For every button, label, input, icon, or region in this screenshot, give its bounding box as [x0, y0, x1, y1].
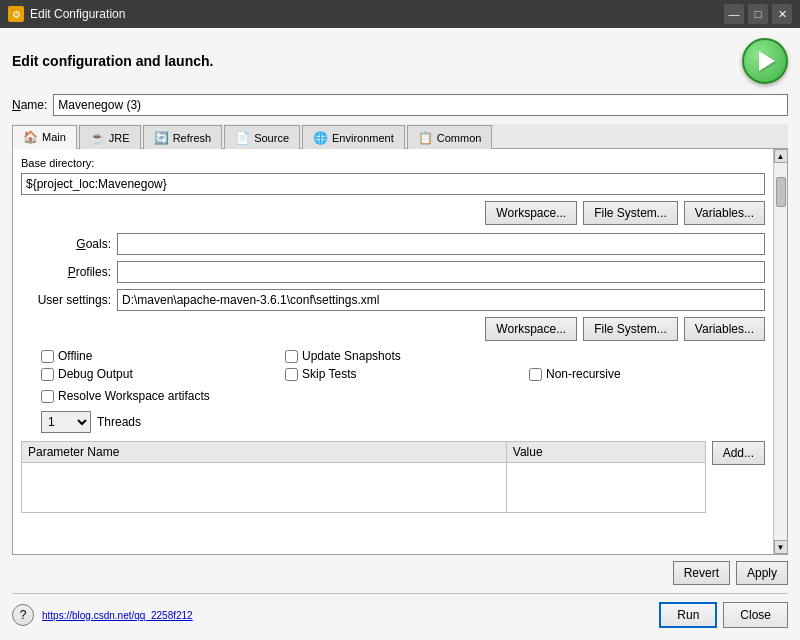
close-button[interactable]: ✕ [772, 4, 792, 24]
add-button[interactable]: Add... [712, 441, 765, 465]
help-button[interactable]: ? [12, 604, 34, 626]
revert-button[interactable]: Revert [673, 561, 730, 585]
apply-button[interactable]: Apply [736, 561, 788, 585]
tab-main[interactable]: 🏠 Main [12, 125, 77, 149]
base-dir-input[interactable] [21, 173, 765, 195]
scroll-up-arrow[interactable]: ▲ [774, 149, 788, 163]
dialog-title: Edit configuration and launch. [12, 53, 213, 69]
skip-tests-checkbox[interactable] [285, 368, 298, 381]
common-tab-icon: 📋 [418, 131, 433, 145]
button-row-1: Workspace... File System... Variables... [21, 201, 765, 225]
table-row [22, 463, 706, 513]
footer-left: ? https://blog.csdn.net/qq_2258f212 [12, 604, 193, 626]
button-row-2: Workspace... File System... Variables... [21, 317, 765, 341]
name-label: Name: [12, 98, 47, 112]
main-panel: Base directory: Workspace... File System… [12, 149, 788, 555]
offline-checkbox-item[interactable]: Offline [41, 349, 277, 363]
name-row: Name: [12, 94, 788, 116]
non-recursive-checkbox-item[interactable]: Non-recursive [529, 367, 765, 381]
goals-row: Goals: [21, 233, 765, 255]
tab-common[interactable]: 📋 Common [407, 125, 493, 149]
scroll-down-arrow[interactable]: ▼ [774, 540, 788, 554]
debug-output-checkbox-item[interactable]: Debug Output [41, 367, 277, 381]
non-recursive-label: Non-recursive [546, 367, 621, 381]
file-system-button-2[interactable]: File System... [583, 317, 678, 341]
spacer-1 [529, 349, 765, 363]
goals-label: Goals: [21, 237, 111, 251]
param-table-wrapper: Parameter Name Value [21, 441, 706, 517]
threads-row: 1 2 4 8 Threads [41, 411, 765, 433]
refresh-tab-icon: 🔄 [154, 131, 169, 145]
variables-button-2[interactable]: Variables... [684, 317, 765, 341]
skip-tests-checkbox-item[interactable]: Skip Tests [285, 367, 521, 381]
run-button[interactable]: Run [659, 602, 717, 628]
maximize-button[interactable]: □ [748, 4, 768, 24]
title-bar: ⚙ Edit Configuration — □ ✕ [0, 0, 800, 28]
tab-jre[interactable]: ☕ JRE [79, 125, 141, 149]
tab-main-label: Main [42, 131, 66, 143]
table-cell-value [506, 463, 705, 513]
name-input[interactable] [53, 94, 788, 116]
table-buttons: Add... [712, 441, 765, 517]
param-table: Parameter Name Value [21, 441, 706, 513]
profiles-input[interactable] [117, 261, 765, 283]
environment-tab-icon: 🌐 [313, 131, 328, 145]
debug-output-checkbox[interactable] [41, 368, 54, 381]
footer-right: Run Close [659, 602, 788, 628]
footer-status-link[interactable]: https://blog.csdn.net/qq_2258f212 [42, 610, 193, 621]
workspace-button-1[interactable]: Workspace... [485, 201, 577, 225]
main-panel-scrollbar[interactable]: ▲ ▼ [773, 149, 787, 554]
resolve-row: Resolve Workspace artifacts [41, 389, 765, 403]
minimize-button[interactable]: — [724, 4, 744, 24]
tab-refresh-label: Refresh [173, 132, 212, 144]
tabs-bar: 🏠 Main ☕ JRE 🔄 Refresh 📄 Source 🌐 Enviro… [12, 124, 788, 149]
tab-source-label: Source [254, 132, 289, 144]
variables-button-1[interactable]: Variables... [684, 201, 765, 225]
main-tab-icon: 🏠 [23, 130, 38, 144]
resolve-workspace-checkbox[interactable] [41, 390, 54, 403]
profiles-label: Profiles: [21, 265, 111, 279]
goals-input[interactable] [117, 233, 765, 255]
offline-label: Offline [58, 349, 92, 363]
resolve-workspace-checkbox-item[interactable]: Resolve Workspace artifacts [41, 389, 210, 403]
base-dir-label: Base directory: [21, 157, 765, 169]
resolve-workspace-label: Resolve Workspace artifacts [58, 389, 210, 403]
scroll-thumb[interactable] [776, 177, 786, 207]
tab-source[interactable]: 📄 Source [224, 125, 300, 149]
param-table-area: Parameter Name Value Add... [21, 441, 765, 517]
col-value: Value [506, 442, 705, 463]
workspace-button-2[interactable]: Workspace... [485, 317, 577, 341]
tab-environment-label: Environment [332, 132, 394, 144]
dialog-close-button[interactable]: Close [723, 602, 788, 628]
non-recursive-checkbox[interactable] [529, 368, 542, 381]
jre-tab-icon: ☕ [90, 131, 105, 145]
source-tab-icon: 📄 [235, 131, 250, 145]
tab-environment[interactable]: 🌐 Environment [302, 125, 405, 149]
tab-jre-label: JRE [109, 132, 130, 144]
checkboxes-grid: Offline Update Snapshots Debug Output Sk… [41, 349, 765, 381]
app-icon: ⚙ [8, 6, 24, 22]
revert-apply-row: Revert Apply [12, 555, 788, 589]
title-bar-text: Edit Configuration [30, 7, 724, 21]
offline-checkbox[interactable] [41, 350, 54, 363]
dialog-header: Edit configuration and launch. [12, 38, 788, 84]
run-launch-button[interactable] [742, 38, 788, 84]
dialog-footer: ? https://blog.csdn.net/qq_2258f212 Run … [12, 593, 788, 632]
tab-refresh[interactable]: 🔄 Refresh [143, 125, 223, 149]
title-bar-controls: — □ ✕ [724, 4, 792, 24]
update-snapshots-checkbox-item[interactable]: Update Snapshots [285, 349, 521, 363]
threads-label: Threads [97, 415, 141, 429]
panel-inner: Base directory: Workspace... File System… [13, 149, 787, 554]
user-settings-input[interactable] [117, 289, 765, 311]
update-snapshots-label: Update Snapshots [302, 349, 401, 363]
threads-select[interactable]: 1 2 4 8 [41, 411, 91, 433]
update-snapshots-checkbox[interactable] [285, 350, 298, 363]
run-icon [759, 51, 775, 71]
debug-output-label: Debug Output [58, 367, 133, 381]
user-settings-row: User settings: [21, 289, 765, 311]
user-settings-label: User settings: [21, 293, 111, 307]
table-cell-param [22, 463, 507, 513]
dialog-body: Edit configuration and launch. Name: 🏠 M… [0, 28, 800, 640]
tab-common-label: Common [437, 132, 482, 144]
file-system-button-1[interactable]: File System... [583, 201, 678, 225]
